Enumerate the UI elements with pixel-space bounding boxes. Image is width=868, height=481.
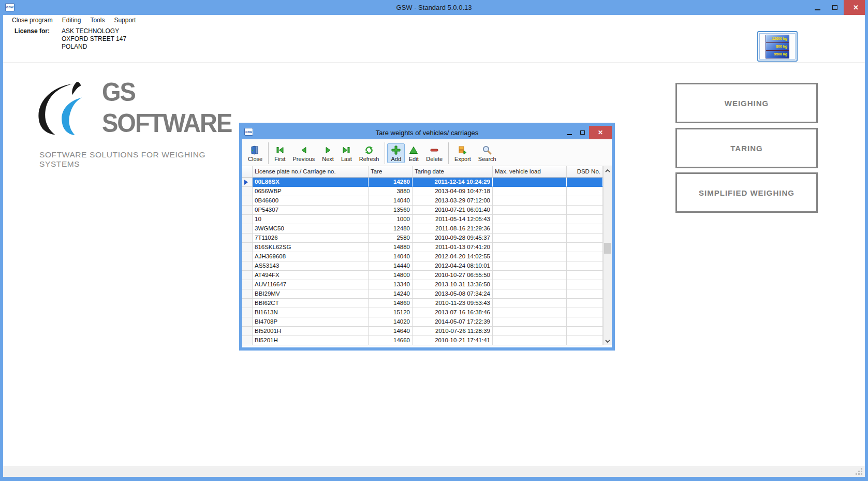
cell: 2010-11-23 09:53:43 [413, 299, 493, 308]
cell: BBI62CT [253, 299, 369, 308]
table-row[interactable]: 0B46600140402013-03-29 07:12:00 [242, 196, 612, 206]
cell [493, 327, 567, 336]
maximize-button[interactable] [826, 0, 844, 15]
table-row[interactable]: 1010002011-05-14 12:05:43 [242, 215, 612, 224]
close-button[interactable]: ✕ [844, 0, 868, 15]
row-gutter [242, 308, 253, 317]
table-row[interactable]: BBI62CT148602010-11-23 09:53:43 [242, 299, 612, 308]
add-toolbar-button[interactable]: Add [387, 143, 405, 163]
menu-item-support[interactable]: Support [109, 16, 140, 25]
taring-button[interactable]: TARING [675, 128, 818, 168]
license-line: OXFORD STREET 147 [62, 35, 126, 43]
menu-item-tools[interactable]: Tools [85, 16, 109, 25]
table-row[interactable]: BI52001H146402010-07-26 11:28:39 [242, 327, 612, 336]
cell [493, 196, 567, 206]
scoreboard-row: 800 kg [766, 43, 789, 51]
delete-toolbar-button[interactable]: Delete [422, 143, 446, 163]
close-label: Close [248, 156, 262, 162]
table-row[interactable]: AT494FX148002010-10-27 06:55:50 [242, 271, 612, 280]
previous-toolbar-button[interactable]: Previous [289, 143, 319, 163]
cell: 2011-12-14 10:24:29 [413, 178, 493, 187]
last-label: Last [341, 156, 352, 162]
table-row[interactable]: 3WGMC50124802011-08-16 21:29:36 [242, 224, 612, 234]
cell [567, 178, 603, 187]
cell [493, 187, 567, 196]
table-row[interactable]: BI4708P140202014-05-07 17:22:39 [242, 317, 612, 327]
table-row[interactable]: 816SKL62SG148802011-01-13 07:41:20 [242, 243, 612, 252]
row-gutter [242, 299, 253, 308]
edit-toolbar-button[interactable]: Edit [405, 143, 422, 163]
cell [567, 261, 603, 271]
close-toolbar-button[interactable]: Close [244, 143, 266, 163]
menu-item-close-program[interactable]: Close program [7, 16, 57, 25]
column-header[interactable]: Taring date [413, 166, 493, 177]
export-toolbar-button[interactable]: Export [451, 143, 475, 163]
table-row[interactable]: 00L86SX142602011-12-14 10:24:29 [242, 178, 612, 187]
column-header[interactable]: Tare [369, 166, 413, 177]
scoreboard-icon: 12600 kg800 kg9500 kg [766, 35, 789, 59]
previous-label: Previous [293, 156, 315, 162]
dialog-titlebar: GSW Tare weights of vehicles/ carriages … [242, 126, 612, 139]
next-toolbar-button[interactable]: Next [318, 143, 337, 163]
cell: 13560 [369, 206, 413, 215]
column-header[interactable]: Max. vehicle load [493, 166, 567, 177]
search-toolbar-button[interactable]: Search [475, 143, 500, 163]
main-titlebar: GSW GSW - Standard 5.0.0.13 ✕ [0, 0, 868, 15]
table-row[interactable]: AS53143144402012-04-24 08:10:01 [242, 261, 612, 271]
cell: 14640 [369, 327, 413, 336]
last-toolbar-button[interactable]: Last [337, 143, 356, 163]
cell [567, 243, 603, 252]
dialog-maximize-button[interactable] [576, 126, 589, 139]
column-header[interactable]: DSD No. [567, 166, 603, 177]
cell: 14260 [369, 178, 413, 187]
row-gutter [242, 289, 253, 299]
table-row[interactable]: BI1613N151202013-07-16 16:38:46 [242, 308, 612, 317]
cell [493, 215, 567, 224]
minimize-button[interactable] [808, 0, 826, 15]
grid-header-gutter [242, 166, 253, 177]
scroll-up-button[interactable] [604, 166, 612, 175]
table-row[interactable]: 0P54307135602010-07-21 06:01:40 [242, 206, 612, 215]
cell: 14040 [369, 252, 413, 261]
weighing-button[interactable]: WEIGHING [675, 83, 818, 123]
cell: 15120 [369, 308, 413, 317]
cell: 2011-08-16 21:29:36 [413, 224, 493, 234]
tare-grid: License plate no./ Carriage no.TareTarin… [242, 166, 612, 345]
scoreboard-display-button[interactable]: 12600 kg800 kg9500 kg [757, 31, 798, 62]
table-row[interactable]: 0656WBP38802013-04-09 10:47:18 [242, 187, 612, 196]
resize-grip-icon[interactable] [861, 473, 862, 475]
table-row[interactable]: 7T1102625802010-09-28 09:45:37 [242, 234, 612, 243]
menu-item-editing[interactable]: Editing [57, 16, 86, 25]
cell [567, 271, 603, 280]
cell [493, 308, 567, 317]
dialog-toolbar: CloseFirstPreviousNextLastRefreshAddEdit… [242, 139, 612, 166]
cell [567, 252, 603, 261]
cell [567, 196, 603, 206]
cell [493, 299, 567, 308]
table-row[interactable]: BBI29MV142402013-05-08 07:34:24 [242, 289, 612, 299]
first-toolbar-button[interactable]: First [271, 143, 289, 163]
cell: AS53143 [253, 261, 369, 271]
first-icon [275, 145, 285, 155]
row-gutter [242, 215, 253, 224]
tare-weights-dialog: GSW Tare weights of vehicles/ carriages … [239, 123, 615, 351]
table-row[interactable]: AUV116647133402013-10-31 13:36:50 [242, 280, 612, 289]
simplified-weighing-button[interactable]: SIMPLIFIED WEIGHING [675, 172, 818, 213]
scroll-down-button[interactable] [604, 337, 612, 345]
cell [567, 299, 603, 308]
vertical-scrollbar[interactable] [603, 166, 612, 345]
refresh-toolbar-button[interactable]: Refresh [356, 143, 383, 163]
dialog-close-button[interactable]: ✕ [589, 126, 612, 139]
cell: 3WGMC50 [253, 224, 369, 234]
row-gutter [242, 336, 253, 345]
gs-logo-mark [35, 76, 100, 143]
column-header[interactable]: License plate no./ Carriage no. [253, 166, 369, 177]
scrollbar-thumb[interactable] [604, 243, 611, 254]
row-gutter [242, 178, 253, 187]
table-row[interactable]: BI5201H146602010-10-21 17:41:41 [242, 336, 612, 345]
cell [493, 317, 567, 327]
table-row[interactable]: AJH369608140402012-04-20 14:02:55 [242, 252, 612, 261]
license-line: ASK TECHNOLOGY [62, 27, 126, 35]
dialog-minimize-button[interactable] [563, 126, 576, 139]
dialog-minimize-icon [567, 134, 572, 135]
